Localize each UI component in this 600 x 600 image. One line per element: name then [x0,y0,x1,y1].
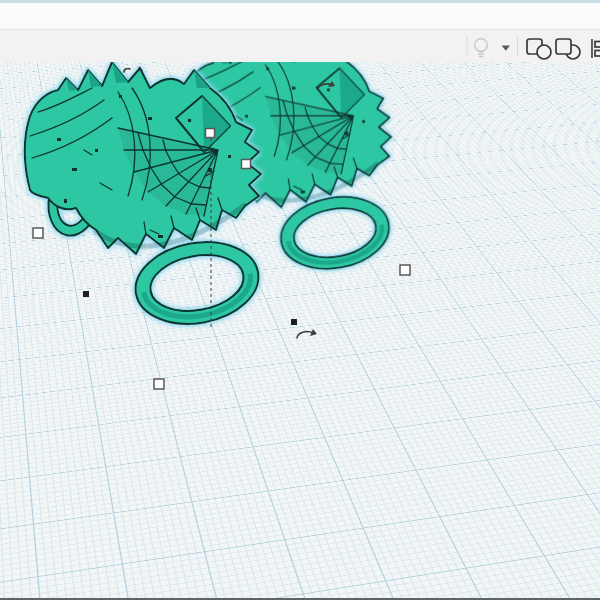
corner-handle-right[interactable] [400,265,410,275]
corner-handle-bottom[interactable] [154,379,164,389]
scenery-light-icon[interactable] [475,39,488,57]
edge-handle-right[interactable] [291,319,297,325]
workplane-canvas[interactable] [0,62,600,598]
corner-handle-left[interactable] [33,228,43,238]
align-icon[interactable] [592,39,600,58]
ungroup-icon[interactable] [556,39,580,59]
chevron-down-icon[interactable] [502,46,511,51]
toolbar-icon-cluster [450,29,600,62]
rotate-arrow-front[interactable] [297,329,317,338]
scale-handle-mid[interactable] [242,160,251,169]
scale-handle-top[interactable] [206,129,215,138]
chevron-up-icon: ∧ [575,83,585,94]
group-icon[interactable] [527,39,551,59]
edge-handle-left[interactable] [83,291,89,297]
panel-collapse-button[interactable]: ∧ [560,72,600,106]
menu-band [0,3,600,30]
scene [0,62,600,598]
app-window: ∧ [0,0,600,600]
